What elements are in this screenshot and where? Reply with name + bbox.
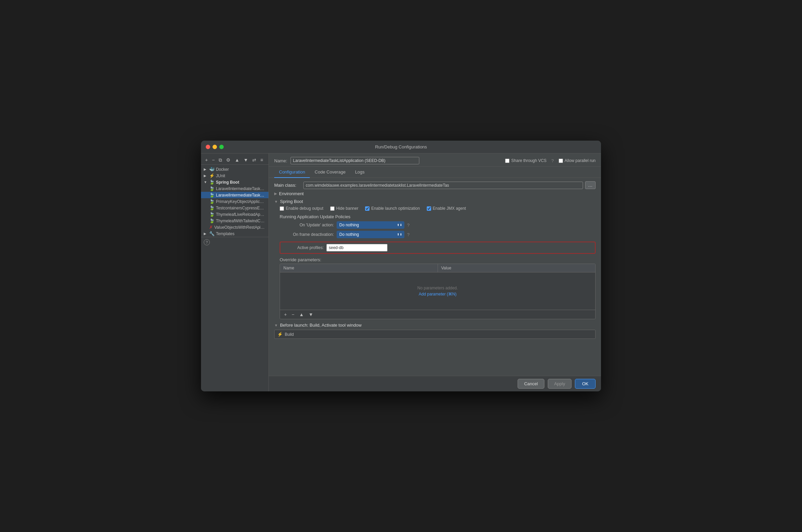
- on-update-label: On 'Update' action:: [280, 223, 334, 227]
- sidebar-item-label: ValueObjectsWithRestApiApplication: [214, 225, 266, 230]
- on-frame-label: On frame deactivation:: [280, 232, 334, 237]
- titlebar: Run/Debug Configurations: [201, 140, 601, 153]
- config-body: Main class: … ▶ Environment ▼ Spring Boo…: [269, 178, 601, 376]
- on-update-select-wrapper: Do nothing: [337, 221, 404, 229]
- sidebar-item-laravel2[interactable]: 🍃 LaravelIntermediateTaskListApplicati…: [201, 192, 268, 198]
- hide-banner-checkbox-label[interactable]: Hide banner: [330, 206, 358, 211]
- apply-button[interactable]: Apply: [548, 379, 572, 389]
- sidebar-item-label: ThymeleafLiveReloadApplication: [216, 212, 266, 217]
- testcontainers-icon: 🍃: [209, 205, 215, 210]
- help-button[interactable]: ?: [204, 239, 210, 245]
- active-profiles-input[interactable]: [327, 244, 388, 251]
- allow-parallel-checkbox-label[interactable]: Allow parallel run: [559, 158, 596, 163]
- sidebar-item-junit[interactable]: ▶ ⚡ JUnit: [201, 172, 268, 179]
- spring-boot-content: Enable debug output Hide banner Enable l…: [280, 206, 596, 319]
- params-col-value: Value: [438, 264, 596, 272]
- move-to-button[interactable]: ⇄: [251, 157, 258, 163]
- sidebar-item-thymeleaflive[interactable]: 🍃 ThymeleafLiveReloadApplication: [201, 211, 268, 217]
- tab-codecoverage[interactable]: Code Coverage: [310, 167, 350, 178]
- hide-banner-label: Hide banner: [336, 206, 358, 211]
- override-params-section: Override parameters: Name Value No param…: [280, 257, 596, 319]
- tab-logs[interactable]: Logs: [350, 167, 369, 178]
- sidebar-toolbar: + − ⧉ ⚙ ▲ ▼ ⇄ ≡: [201, 155, 268, 165]
- on-update-row: On 'Update' action: Do nothing ?: [280, 221, 596, 229]
- on-update-help-icon[interactable]: ?: [407, 223, 409, 228]
- override-params-label: Override parameters:: [280, 257, 596, 262]
- sidebar-item-springboot[interactable]: ▼ 🍃 Spring Boot: [201, 179, 268, 185]
- move-up-button[interactable]: ▲: [233, 157, 241, 163]
- main-class-input[interactable]: [303, 182, 583, 189]
- add-param-link[interactable]: Add parameter (⌘N): [418, 292, 456, 297]
- share-vcs-checkbox-label[interactable]: Share through VCS: [505, 158, 546, 163]
- junit-arrow-icon: ▶: [204, 174, 208, 177]
- environment-row: ▶ Environment: [274, 191, 596, 196]
- enable-jmx-label: Enable JMX agent: [433, 206, 466, 211]
- build-label: Build: [285, 332, 294, 337]
- on-frame-help-icon[interactable]: ?: [407, 232, 409, 237]
- remove-config-button[interactable]: −: [210, 157, 216, 163]
- laravel2-icon: 🍃: [209, 192, 215, 197]
- tabs-bar: Configuration Code Coverage Logs: [269, 167, 601, 178]
- params-col-name: Name: [280, 264, 438, 272]
- maximize-button[interactable]: [219, 145, 224, 149]
- enable-jmx-checkbox[interactable]: [427, 206, 431, 211]
- sidebar-item-templates[interactable]: ▶ 🔧 Templates: [201, 230, 268, 237]
- bottom-bar: Cancel Apply OK: [269, 376, 601, 392]
- sidebar-item-thymeleaftailwind[interactable]: 🍃 ThymeleafWithTailwindCssApplication…: [201, 217, 268, 224]
- ok-button[interactable]: OK: [575, 379, 596, 389]
- sidebar-item-label: LaravelIntermediateTaskListApplicati…: [216, 186, 266, 191]
- spring-boot-arrow-icon[interactable]: ▼: [274, 200, 278, 204]
- move-down-button[interactable]: ▼: [242, 157, 249, 163]
- params-add-button[interactable]: +: [283, 311, 288, 318]
- share-vcs-help-icon[interactable]: ?: [551, 158, 554, 163]
- add-config-button[interactable]: +: [204, 157, 209, 163]
- environment-arrow-icon[interactable]: ▶: [274, 191, 277, 196]
- copy-config-button[interactable]: ⧉: [217, 157, 223, 163]
- params-down-button[interactable]: ▼: [307, 311, 315, 318]
- on-update-select[interactable]: Do nothing: [337, 221, 404, 229]
- spring-checkboxes: Enable debug output Hide banner Enable l…: [280, 206, 596, 211]
- sidebar-item-primarykey[interactable]: 🍃 PrimaryKeyObjectApplication: [201, 198, 268, 205]
- sidebar-item-laravel1[interactable]: 🍃 LaravelIntermediateTaskListApplicati…: [201, 185, 268, 192]
- params-table: Name Value No parameters added. Add para…: [280, 264, 596, 319]
- templates-arrow-icon: ▶: [204, 232, 208, 235]
- main-class-browse-button[interactable]: …: [585, 181, 596, 189]
- enable-jmx-checkbox-label[interactable]: Enable JMX agent: [427, 206, 466, 211]
- settings-button[interactable]: ⚙: [225, 157, 232, 163]
- share-vcs-checkbox[interactable]: [505, 158, 509, 163]
- name-input[interactable]: [291, 157, 419, 164]
- main-class-row: Main class: …: [274, 181, 596, 189]
- docker-icon: 🐳: [209, 167, 215, 172]
- enable-launch-checkbox-label[interactable]: Enable launch optimization: [365, 206, 419, 211]
- params-body: No parameters added. Add parameter (⌘N): [280, 272, 595, 310]
- no-params-text: No parameters added.: [417, 286, 458, 290]
- templates-icon: 🔧: [209, 231, 215, 236]
- before-launch-header: ▼ Before launch: Build, Activate tool wi…: [274, 323, 596, 328]
- sidebar-item-docker[interactable]: ▶ 🐳 Docker: [201, 166, 268, 172]
- sort-button[interactable]: ≡: [259, 157, 264, 163]
- on-frame-select[interactable]: Do nothing: [337, 231, 404, 238]
- main-window: Run/Debug Configurations + − ⧉ ⚙ ▲ ▼ ⇄ ≡…: [201, 140, 601, 392]
- before-launch-section: ▼ Before launch: Build, Activate tool wi…: [274, 323, 596, 339]
- active-profiles-label: Active profiles:: [283, 245, 324, 250]
- before-launch-arrow-icon[interactable]: ▼: [274, 323, 278, 327]
- before-launch-label: Before launch: Build, Activate tool wind…: [280, 323, 362, 328]
- hide-banner-checkbox[interactable]: [330, 206, 335, 211]
- sidebar-item-testcontainers[interactable]: 🍃 TestcontainersCypressExampleApplic…: [201, 205, 268, 211]
- environment-label: Environment: [279, 191, 304, 196]
- params-remove-button[interactable]: −: [290, 311, 296, 318]
- enable-launch-checkbox[interactable]: [365, 206, 370, 211]
- cancel-button[interactable]: Cancel: [518, 379, 544, 389]
- sidebar-item-valueobjects[interactable]: ✗ ValueObjectsWithRestApiApplication: [201, 224, 268, 230]
- minimize-button[interactable]: [212, 145, 217, 149]
- enable-debug-checkbox-label[interactable]: Enable debug output: [280, 206, 323, 211]
- params-up-button[interactable]: ▲: [298, 311, 305, 318]
- close-button[interactable]: [206, 145, 210, 149]
- junit-icon: ⚡: [209, 173, 215, 178]
- spring-boot-section: ▼ Spring Boot Enable debug output: [274, 199, 596, 319]
- enable-debug-checkbox[interactable]: [280, 206, 284, 211]
- laravel1-icon: 🍃: [209, 186, 215, 191]
- tab-configuration[interactable]: Configuration: [274, 167, 310, 178]
- sidebar-item-label: PrimaryKeyObjectApplication: [216, 199, 266, 204]
- allow-parallel-checkbox[interactable]: [559, 158, 563, 163]
